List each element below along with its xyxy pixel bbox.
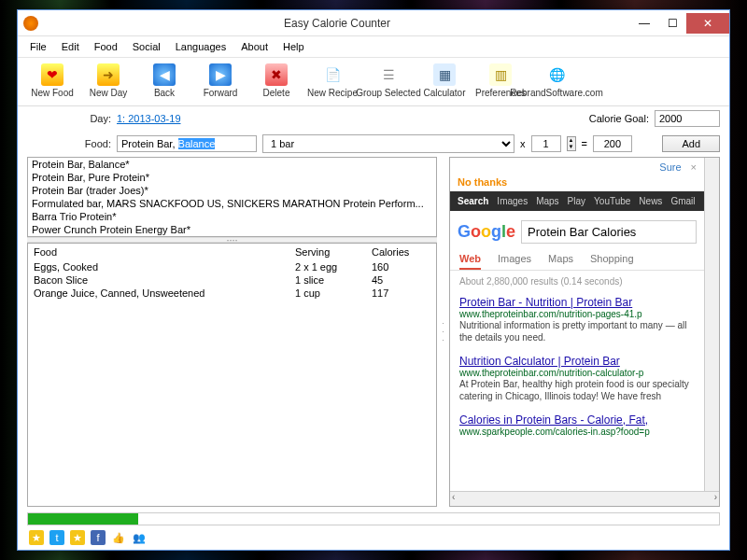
result-link[interactable]: Nutrition Calculator | Protein Bar (459, 355, 620, 368)
suggestion-item[interactable]: Protein Bar, Balance* (28, 158, 436, 171)
result-link[interactable]: Calories in Protein Bars - Calorie, Fat, (459, 413, 648, 427)
menubar: FileEditFoodSocialLanguagesAboutHelp (18, 36, 729, 58)
toolbar-back[interactable]: ◀Back (137, 62, 191, 100)
browser-nothanks-link[interactable]: No thanks (450, 176, 704, 191)
menu-file[interactable]: File (23, 38, 53, 55)
delete-icon: ✖ (265, 63, 288, 86)
embedded-browser: Sure × No thanks SearchImagesMapsPlayYou… (449, 157, 720, 507)
qty-input[interactable] (531, 135, 561, 152)
gbar-search[interactable]: Search (458, 196, 488, 206)
gbar-play[interactable]: Play (568, 196, 585, 206)
gtab-images[interactable]: Images (498, 253, 531, 270)
toolbar-new-day[interactable]: ➜New Day (81, 62, 135, 100)
social-icon[interactable]: f (91, 530, 106, 545)
food-input[interactable]: Protein Bar, Balance (117, 135, 257, 152)
suggestion-item[interactable]: Protein Bar (trader Joes)* (28, 184, 436, 197)
google-query-input[interactable] (521, 220, 697, 244)
gbar-gmail[interactable]: Gmail (670, 196, 695, 206)
toolbar-group-selected[interactable]: ☰Group Selected (361, 62, 416, 100)
app-icon (23, 16, 38, 31)
google-search-row: Google (450, 211, 704, 249)
preferences-icon: ▥ (489, 63, 512, 86)
menu-food[interactable]: Food (88, 38, 124, 55)
food-entry-row: Food: Protein Bar, Balance 1 bar x ▲▼ = … (18, 131, 729, 157)
gbar-maps[interactable]: Maps (536, 196, 558, 206)
social-icon[interactable]: ★ (29, 530, 44, 545)
google-stats: About 2,880,000 results (0.14 seconds) (450, 271, 704, 292)
search-result: Protein Bar - Nutrition | Protein Barwww… (450, 292, 704, 351)
table-row[interactable]: Orange Juice, Canned, Unsweetened1 cup11… (28, 287, 436, 300)
day-link[interactable]: 1: 2013-03-19 (117, 113, 181, 124)
browser-v-scrollbar[interactable] (704, 158, 719, 491)
close-button[interactable]: ✕ (686, 13, 729, 34)
social-bar: ★t★f👍👥 (18, 527, 729, 550)
food-log-table[interactable]: FoodServingCaloriesEggs, Cooked2 x 1 egg… (27, 243, 437, 507)
gtab-maps[interactable]: Maps (548, 253, 573, 270)
table-row[interactable]: Bacon Slice1 slice45 (28, 273, 436, 287)
progress-fill (28, 513, 138, 525)
suggestion-item[interactable]: Barra Trio Protein* (28, 210, 436, 223)
titlebar: Easy Calorie Counter — ☐ ✕ (18, 10, 729, 36)
social-icon[interactable]: t (49, 530, 64, 545)
new-recipe-icon: 📄 (321, 63, 344, 86)
google-results: Protein Bar - Nutrition | Protein Barwww… (450, 292, 704, 444)
equals-symbol: = (582, 138, 587, 149)
day-label: Day: (27, 113, 111, 124)
spin-down-icon: ▼ (568, 144, 575, 150)
google-tabs: WebImagesMapsShopping (450, 249, 704, 271)
content-area: Protein Bar, Balance*Protein Bar, Pure P… (18, 157, 729, 511)
v-splitter[interactable] (441, 157, 445, 507)
add-button[interactable]: Add (662, 135, 720, 152)
toolbar: ❤New Food➜New Day◀Back▶Forward✖Delete📄Ne… (18, 58, 729, 106)
suggestion-list[interactable]: Protein Bar, Balance*Protein Bar, Pure P… (27, 157, 437, 237)
back-icon: ◀ (153, 63, 176, 86)
gtab-web[interactable]: Web (459, 253, 481, 270)
gbar-news[interactable]: News (639, 196, 662, 206)
gbar-youtube[interactable]: YouTube (594, 196, 630, 206)
spin-up-icon: ▲ (568, 137, 575, 144)
browser-h-scrollbar[interactable]: ‹› (450, 491, 719, 506)
menu-about[interactable]: About (234, 38, 275, 55)
social-icon[interactable]: ★ (70, 530, 85, 545)
browser-sure-link[interactable]: Sure (659, 161, 681, 173)
minimize-button[interactable]: — (630, 13, 658, 34)
result-link[interactable]: Protein Bar - Nutrition | Protein Bar (459, 296, 632, 309)
rebrandsoftware-com-icon: 🌐 (545, 63, 568, 86)
left-pane: Protein Bar, Balance*Protein Bar, Pure P… (27, 157, 437, 507)
maximize-button[interactable]: ☐ (658, 13, 686, 34)
menu-edit[interactable]: Edit (55, 38, 86, 55)
menu-help[interactable]: Help (276, 38, 311, 55)
calories-result[interactable] (593, 135, 632, 152)
new-day-icon: ➜ (97, 63, 120, 86)
toolbar-delete[interactable]: ✖Delete (249, 62, 303, 100)
gtab-shopping[interactable]: Shopping (590, 253, 634, 270)
gbar-images[interactable]: Images (497, 196, 528, 206)
menu-languages[interactable]: Languages (169, 38, 233, 55)
menu-social[interactable]: Social (126, 38, 167, 55)
browser-close-icon[interactable]: × (691, 161, 697, 173)
suggestion-item[interactable]: Formulated bar, MARS SNACKFOOD US, SNICK… (28, 197, 436, 210)
search-result: Nutrition Calculator | Protein Barwww.th… (450, 351, 704, 410)
toolbar-new-recipe[interactable]: 📄New Recipe (305, 62, 359, 100)
social-icon[interactable]: 👍 (111, 530, 126, 545)
qty-spinner[interactable]: ▲▼ (567, 136, 576, 151)
day-goal-row: Day: 1: 2013-03-19 Calorie Goal: (18, 106, 729, 131)
social-icon[interactable]: 👥 (132, 530, 147, 545)
suggestion-item[interactable]: Protein Bar, Pure Protein* (28, 171, 436, 184)
browser-body: Sure × No thanks SearchImagesMapsPlayYou… (450, 158, 704, 491)
food-label: Food: (27, 138, 111, 149)
calculator-icon: ▦ (433, 63, 456, 86)
toolbar-new-food[interactable]: ❤New Food (25, 62, 79, 100)
table-row[interactable]: Eggs, Cooked2 x 1 egg160 (28, 260, 436, 273)
search-result: Calories in Protein Bars - Calorie, Fat,… (450, 410, 704, 444)
serving-select[interactable]: 1 bar (262, 134, 514, 153)
window-title: Easy Calorie Counter (44, 17, 630, 30)
toolbar-forward[interactable]: ▶Forward (193, 62, 247, 100)
app-window: Easy Calorie Counter — ☐ ✕ FileEditFoodS… (17, 9, 730, 551)
toolbar-calculator[interactable]: ▦Calculator (417, 62, 472, 100)
forward-icon: ▶ (209, 63, 232, 86)
goal-label: Calorie Goal: (589, 113, 649, 124)
progress-bar (27, 512, 720, 525)
toolbar-rebrandsoftware-com[interactable]: 🌐RebrandSoftware.com (529, 62, 584, 100)
goal-input[interactable] (655, 110, 720, 127)
